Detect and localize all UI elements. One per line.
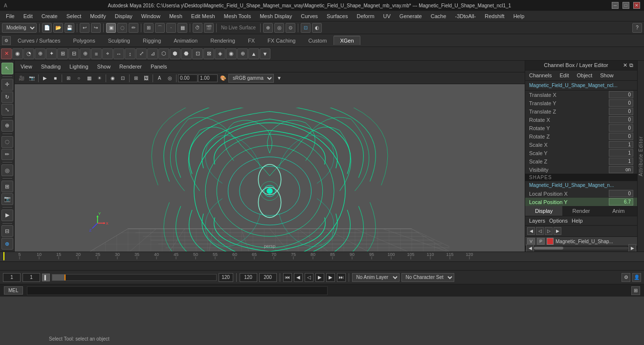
frame-slider[interactable] — [52, 274, 217, 281]
xgen-icon16[interactable]: ⬢ — [170, 48, 180, 59]
render-view-icon[interactable]: ▶ — [1, 209, 13, 221]
select-tool[interactable]: ↖ — [1, 63, 13, 74]
xgen-icon18[interactable]: ⊡ — [192, 48, 203, 59]
xgen-icon20[interactable]: ◈ — [215, 48, 225, 59]
anim-settings-icon[interactable]: ⚙ — [622, 273, 630, 282]
anim-prev-key[interactable]: ⏮ — [283, 273, 292, 282]
xgen-icon3[interactable]: ◔ — [23, 48, 34, 59]
xgen-icon1[interactable]: ✕ — [1, 48, 12, 59]
xgen-icon15[interactable]: ⬡ — [158, 48, 169, 59]
cb-value-lpx[interactable] — [609, 190, 633, 197]
cb-value-sy[interactable] — [609, 149, 633, 157]
tab-sculpting[interactable]: Sculpting — [102, 36, 136, 45]
menu-mesh[interactable]: Mesh — [165, 12, 186, 20]
cb-value-rz[interactable] — [609, 133, 633, 140]
cb-close-icon[interactable]: ✕ — [623, 62, 627, 69]
menu-redshift[interactable]: Redshift — [481, 12, 508, 20]
tab-fx[interactable]: FX — [242, 36, 261, 45]
cam-icon[interactable]: 🎥 — [17, 73, 26, 83]
show-manip-tool[interactable]: ⊕ — [1, 120, 13, 132]
mel-label[interactable]: MEL — [4, 286, 23, 295]
snap-point-icon[interactable]: · — [166, 23, 176, 33]
vp-lighting[interactable]: Lighting — [66, 63, 92, 70]
wireframe-icon[interactable]: ⊞ — [64, 73, 73, 83]
xgen-icon6[interactable]: ⊞ — [57, 48, 68, 59]
xgen-icon12[interactable]: ↕ — [125, 48, 135, 59]
tab-rendering[interactable]: Rendering — [204, 36, 241, 45]
lasso-tool[interactable]: ◌ — [1, 136, 13, 148]
lighting-icon[interactable]: ☀ — [94, 73, 104, 83]
help-icon[interactable]: ? — [632, 23, 642, 33]
frame-max-input[interactable] — [259, 273, 277, 282]
menu-file[interactable]: File — [2, 12, 19, 20]
image-plane[interactable]: 🖼 — [141, 73, 151, 83]
menu-curves[interactable]: Curves — [297, 12, 322, 20]
scroll-right-btn[interactable]: ▶ — [628, 244, 636, 252]
xgen-icon21[interactable]: ◉ — [226, 48, 237, 59]
grid-toggle[interactable]: ⊞ — [131, 73, 141, 83]
menu-mesh-display[interactable]: Mesh Display — [256, 12, 296, 20]
tab-xgen[interactable]: XGen — [333, 36, 360, 45]
timeline-ruler[interactable]: 5 10 15 20 25 30 35 40 45 50 5 — [0, 252, 644, 262]
smooth-icon[interactable]: ○ — [74, 73, 84, 83]
lasso-icon[interactable]: ◌ — [117, 23, 127, 33]
ly-menu-layers[interactable]: Layers — [529, 218, 545, 224]
soft-sel-tool[interactable]: ◎ — [1, 164, 13, 176]
exposure-input[interactable] — [178, 74, 198, 82]
anim-layer-select[interactable]: No Anim Layer — [352, 273, 400, 282]
history-icon[interactable]: ⏱ — [193, 23, 202, 33]
layer-color-swatch[interactable] — [547, 238, 554, 245]
menu-uv[interactable]: UV — [379, 12, 395, 20]
hud-icon[interactable]: ⊡ — [118, 73, 128, 83]
xgen-icon9[interactable]: ≡ — [91, 48, 102, 59]
cb-value-vis[interactable] — [609, 166, 633, 173]
vp-panels[interactable]: Panels — [147, 63, 171, 70]
xgen-icon19[interactable]: ⊠ — [203, 48, 214, 59]
paint-select-icon[interactable]: ✏ — [129, 23, 138, 33]
xgen-icon14[interactable]: ⊿ — [147, 48, 158, 59]
xgen-icon10[interactable]: ⌖ — [102, 48, 113, 59]
rotate-tool[interactable]: ↻ — [1, 92, 13, 103]
anim-prev-frame[interactable]: ◀ — [294, 273, 303, 282]
layer-back-icon[interactable]: ◁ — [536, 227, 544, 235]
menu-3dtoall[interactable]: -3DtoAll- — [451, 12, 480, 20]
ly-menu-options[interactable]: Options — [549, 218, 568, 224]
colorspace-icon[interactable]: 🎨 — [218, 73, 228, 83]
cam2-icon[interactable]: 📷 — [27, 73, 37, 83]
tab-animation[interactable]: Animation — [168, 36, 203, 45]
xgen-icon8[interactable]: ⊕ — [80, 48, 90, 59]
tab-settings-icon[interactable]: ⚙ — [2, 36, 11, 45]
undo-icon[interactable]: ↩ — [80, 23, 89, 33]
cb-value-lpy[interactable] — [609, 198, 633, 206]
dra-tab-render[interactable]: Render — [562, 206, 600, 216]
play-icon[interactable]: ▶ — [40, 73, 50, 83]
xgen-icon23[interactable]: ▲ — [248, 48, 259, 59]
layer-icon[interactable]: ⊟ — [1, 225, 13, 237]
tab-fx-caching[interactable]: FX Caching — [262, 36, 301, 45]
ly-menu-help[interactable]: Help — [572, 218, 583, 224]
viewport[interactable]: View Shading Lighting Show Renderer Pane… — [15, 61, 525, 252]
menu-modify[interactable]: Modify — [86, 12, 110, 20]
dof-icon[interactable]: ◎ — [165, 73, 175, 83]
scale-tool[interactable]: ⤡ — [1, 104, 13, 115]
menu-create[interactable]: Create — [38, 12, 62, 20]
new-scene-icon[interactable]: 📄 — [42, 23, 52, 33]
open-icon[interactable]: 📂 — [53, 23, 63, 33]
vp-renderer[interactable]: Renderer — [115, 63, 146, 70]
anim-next-frame[interactable]: ▶ — [326, 273, 335, 282]
scroll-track[interactable] — [534, 247, 628, 250]
xform-icon[interactable]: ⊕ — [263, 23, 273, 33]
frame-end-slider[interactable] — [219, 273, 233, 282]
layer-next-icon[interactable]: ▶ — [554, 227, 561, 235]
colorspace-select[interactable]: sRGB gamma — [228, 74, 274, 83]
cb-value-ty[interactable] — [609, 99, 633, 107]
frame-current-input[interactable] — [22, 273, 40, 282]
menu-cache[interactable]: Cache — [427, 12, 450, 20]
cb-menu-object[interactable]: Object — [575, 71, 594, 79]
cb-value-rx[interactable] — [609, 116, 633, 123]
frame-slider-handle[interactable]: ▌ — [42, 274, 50, 281]
command-input[interactable] — [27, 286, 328, 295]
xgen-icon13[interactable]: ⤢ — [136, 48, 147, 59]
menu-mesh-tools[interactable]: Mesh Tools — [220, 12, 255, 20]
char-set-select[interactable]: No Character Set — [401, 273, 454, 282]
